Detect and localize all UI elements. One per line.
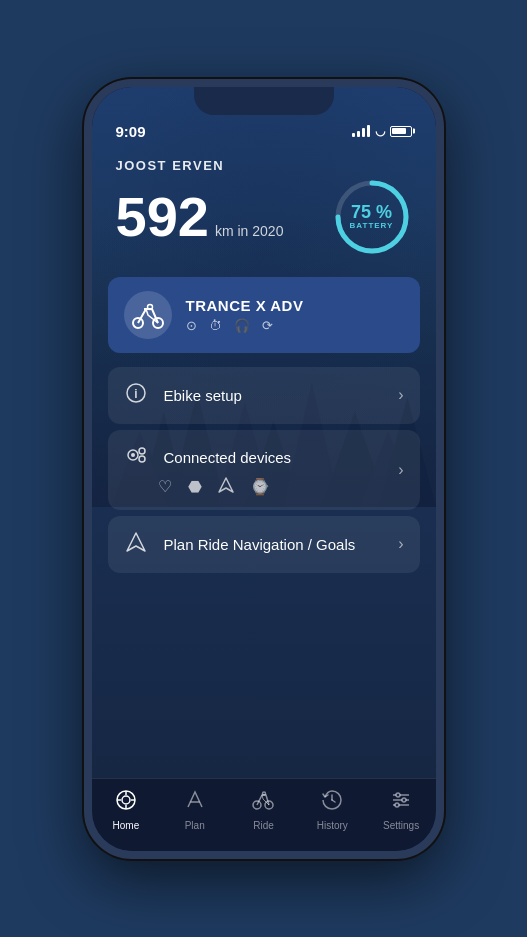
heart-icon: ♡ [158, 477, 172, 496]
svg-point-32 [263, 792, 266, 795]
plan-ride-item[interactable]: Plan Ride Navigation / Goals › [108, 516, 420, 573]
stats-row: 592 km in 2020 75 % BATTERY [116, 177, 412, 257]
bottom-nav: Home Plan [92, 778, 436, 851]
svg-point-24 [122, 796, 130, 804]
phone-wrapper: 9:09 ◡ JOOST ERVEN [0, 0, 527, 937]
connected-devices-icon [126, 446, 154, 469]
bike-speed-icon: ⊙ [186, 318, 197, 333]
ebike-setup-content: Ebike setup [164, 387, 402, 404]
bike-card[interactable]: TRANCE X ADV ⊙ ⏱ 🎧 ⟳ [108, 277, 420, 353]
nav-history[interactable]: History [302, 789, 362, 831]
ebike-setup-item[interactable]: i Ebike setup › [108, 367, 420, 424]
plan-icon [184, 789, 206, 811]
nav-ride[interactable]: Ride [233, 789, 293, 831]
status-icons: ◡ [352, 124, 412, 138]
nav-history-label: History [317, 820, 348, 831]
user-name: JOOST ERVEN [116, 158, 412, 173]
bluetooth-icon: ⬣ [188, 477, 202, 496]
bike-headphone-icon: 🎧 [234, 318, 250, 333]
header-section: JOOST ERVEN 592 km in 2020 [92, 148, 436, 277]
svg-marker-22 [127, 533, 145, 551]
watch-icon: ⌚ [250, 477, 270, 496]
plan-ride-title: Plan Ride Navigation / Goals [164, 536, 402, 553]
bike-stats-icons: ⊙ ⏱ 🎧 ⟳ [186, 318, 404, 333]
connected-devices-content: Connected devices [164, 449, 402, 466]
screen: 9:09 ◡ JOOST ERVEN [92, 87, 436, 851]
menu-section: i Ebike setup › [92, 361, 436, 778]
home-icon [115, 789, 137, 811]
connected-devices-item[interactable]: Connected devices › ♡ ⬣ ⌚ [108, 430, 420, 510]
history-icon [321, 789, 343, 811]
nav-settings[interactable]: Settings [371, 789, 431, 831]
wifi-icon: ◡ [375, 124, 385, 138]
distance-unit: km in 2020 [215, 223, 283, 239]
connected-devices-sub-icons: ♡ ⬣ ⌚ [158, 477, 402, 496]
plan-ride-arrow: › [398, 535, 403, 553]
phone-frame: 9:09 ◡ JOOST ERVEN [84, 79, 444, 859]
svg-point-20 [139, 456, 145, 462]
connected-devices-arrow: › [398, 461, 403, 479]
svg-point-19 [139, 448, 145, 454]
battery-circle: 75 % BATTERY [332, 177, 412, 257]
ebike-setup-arrow: › [398, 386, 403, 404]
distance-display: 592 km in 2020 [116, 189, 284, 245]
connected-devices-title: Connected devices [164, 449, 402, 466]
bike-sync-icon: ⟳ [262, 318, 273, 333]
plan-ride-content: Plan Ride Navigation / Goals [164, 536, 402, 553]
nav-settings-label: Settings [383, 820, 419, 831]
status-bar: 9:09 ◡ [92, 87, 436, 148]
location-icon [218, 477, 234, 493]
signal-icon [352, 125, 370, 137]
svg-point-37 [402, 798, 406, 802]
battery-status-icon [390, 126, 412, 137]
nav-plan[interactable]: Plan [165, 789, 225, 831]
nav-home-label: Home [113, 820, 140, 831]
nav-home[interactable]: Home [96, 789, 156, 831]
svg-point-36 [396, 793, 400, 797]
bike-clock-icon: ⏱ [209, 318, 222, 333]
distance-number: 592 [116, 189, 209, 245]
ride-icon [252, 789, 274, 811]
svg-point-38 [395, 803, 399, 807]
nav-ride-label: Ride [253, 820, 274, 831]
battery-percent: 75 % [350, 203, 394, 221]
settings-icon [390, 789, 412, 811]
svg-point-18 [131, 453, 135, 457]
svg-marker-21 [219, 478, 233, 492]
bike-name: TRANCE X ADV [186, 297, 404, 314]
ebike-info-icon: i [126, 383, 154, 408]
battery-info: 75 % BATTERY [350, 203, 394, 230]
status-time: 9:09 [116, 123, 146, 140]
bike-info: TRANCE X ADV ⊙ ⏱ 🎧 ⟳ [186, 297, 404, 333]
ebike-setup-title: Ebike setup [164, 387, 402, 404]
bike-icon-wrapper [124, 291, 172, 339]
plan-ride-icon [126, 532, 154, 557]
svg-text:i: i [134, 387, 137, 401]
bike-icon [132, 301, 164, 329]
battery-label: BATTERY [350, 221, 394, 230]
nav-plan-label: Plan [185, 820, 205, 831]
